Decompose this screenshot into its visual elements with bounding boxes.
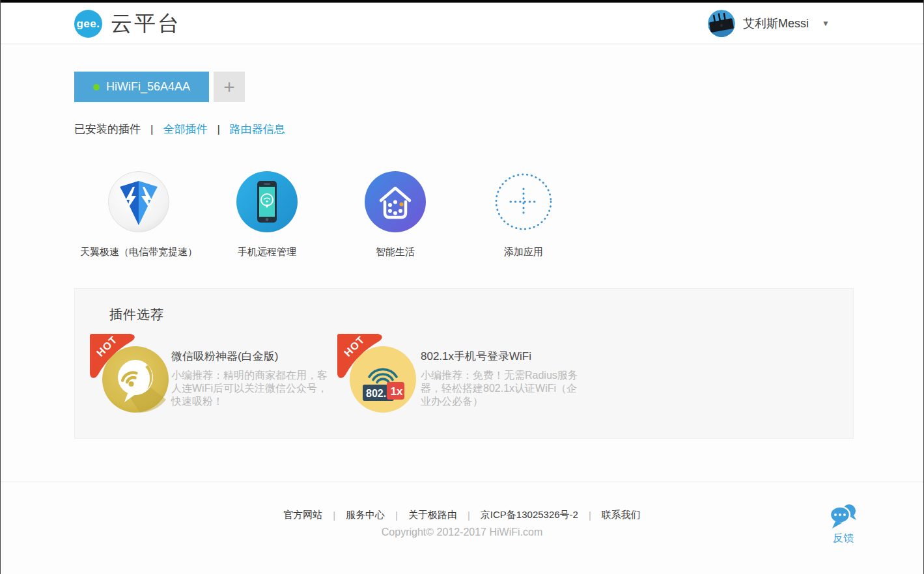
plugin-recommend-panel: 插件选荐 HOT 微信吸粉神器(白金版) 小编推荐：精 — [74, 288, 854, 439]
app-item-speedup[interactable]: 天翼极速（电信带宽提速） — [74, 171, 204, 258]
cloud-platform-page: gee. 云平台 — [0, 0, 924, 574]
avatar — [708, 10, 735, 37]
phone-remote-icon — [236, 171, 298, 232]
avatar-router-image — [708, 10, 735, 37]
nav-separator: | — [217, 123, 219, 136]
router-tab[interactable]: HiWiFi_56A4AA — [74, 72, 209, 102]
footer-separator: | — [395, 510, 398, 521]
user-menu[interactable]: 艾利斯Messi ▼ — [708, 10, 830, 37]
wechat-wifi-icon[interactable] — [102, 346, 169, 413]
footer-link-about[interactable]: 关于极路由 — [408, 509, 457, 521]
8021x-wifi-icon[interactable]: 802. 1x — [350, 346, 416, 413]
app-item-remote-manage[interactable]: 手机远程管理 — [202, 171, 332, 258]
add-router-button[interactable]: + — [214, 72, 245, 102]
app-item-smart-life[interactable]: 智能生活 — [330, 171, 460, 258]
plus-icon: + — [223, 76, 235, 98]
app-label: 智能生活 — [376, 246, 415, 258]
footer-link-service-center[interactable]: 服务中心 — [346, 509, 385, 521]
chat-bubbles-icon — [828, 502, 859, 530]
online-status-dot — [93, 84, 100, 90]
user-name: 艾利斯Messi — [743, 16, 809, 31]
nav-installed-plugins[interactable]: 已安装的插件 — [74, 122, 141, 137]
8021x-badge-suffix: 1x — [391, 385, 403, 398]
app-label: 天翼极速（电信带宽提速） — [80, 246, 197, 258]
plugin-card-wechat[interactable]: 微信吸粉神器(白金版) 小编推荐：精明的商家都在用，客人连WiFi后可以关注微信… — [171, 349, 328, 408]
footer-link-contact[interactable]: 联系我们 — [602, 509, 641, 521]
add-app-icon — [493, 171, 554, 232]
plugin-name[interactable]: 802.1x手机号登录WiFi — [421, 349, 581, 364]
brand-logo[interactable]: gee. 云平台 — [74, 9, 181, 38]
8021x-badge-prefix: 802. — [366, 388, 386, 399]
footer-separator: | — [468, 510, 470, 521]
feedback-button[interactable]: 反馈 — [825, 502, 861, 545]
recommend-title: 插件选荐 — [109, 306, 164, 323]
footer-separator: | — [333, 510, 335, 521]
feedback-label: 反馈 — [833, 532, 854, 545]
footer-links: 官方网站 | 服务中心 | 关于极路由 | 京ICP备13025326号-2 |… — [1, 509, 923, 521]
site-footer: 官方网站 | 服务中心 | 关于极路由 | 京ICP备13025326号-2 |… — [1, 482, 923, 574]
footer-link-official-site[interactable]: 官方网站 — [283, 509, 322, 521]
app-label: 手机远程管理 — [238, 246, 296, 258]
add-app-button[interactable]: 添加应用 — [458, 171, 589, 258]
shield-lightning-icon — [108, 171, 169, 232]
router-tab-label: HiWiFi_56A4AA — [106, 80, 190, 94]
nav-all-plugins[interactable]: 全部插件 — [163, 122, 207, 137]
brand-title: 云平台 — [111, 9, 181, 38]
copyright: Copyright© 2012-2017 HiWiFi.com — [1, 526, 923, 538]
smart-home-icon — [365, 171, 426, 232]
app-label: 添加应用 — [504, 246, 543, 258]
plugin-name[interactable]: 微信吸粉神器(白金版) — [171, 349, 328, 364]
plugin-description: 小编推荐：免费！无需Radius服务器，轻松搭建802.1x认证WiFi（企业办… — [421, 369, 581, 408]
chevron-down-icon: ▼ — [822, 19, 830, 28]
plugin-nav: 已安装的插件 | 全部插件 | 路由器信息 — [74, 122, 285, 137]
site-header: gee. 云平台 — [1, 3, 923, 44]
nav-router-info[interactable]: 路由器信息 — [230, 122, 285, 137]
gee-logo-icon: gee. — [74, 10, 102, 38]
plugin-card-8021x[interactable]: 802.1x手机号登录WiFi 小编推荐：免费！无需Radius服务器，轻松搭建… — [421, 349, 581, 408]
footer-separator: | — [589, 510, 591, 521]
plugin-description: 小编推荐：精明的商家都在用，客人连WiFi后可以关注微信公众号，快速吸粉！ — [171, 369, 328, 408]
footer-link-icp[interactable]: 京ICP备13025326号-2 — [481, 509, 578, 521]
nav-separator: | — [150, 123, 153, 136]
